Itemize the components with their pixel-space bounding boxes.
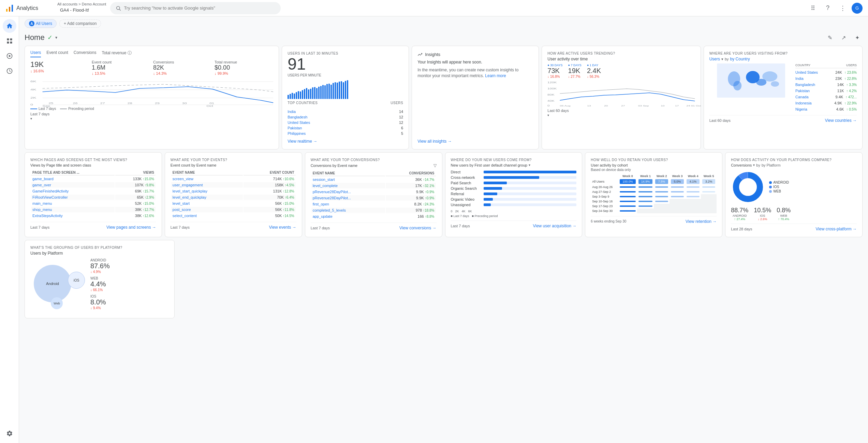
share-button[interactable]: ↗ [838,32,849,43]
table-row: GameFinishedActivity69K ↑15.7% [31,188,156,194]
bar-segment [302,90,303,99]
map-date-range[interactable]: Last 60 days [709,118,731,123]
tab-users[interactable]: Users [30,50,41,57]
platform-stats: 88.7% ANDROID ↑ 27.4% 10.5% IOS ↓ 2.6% 0… [731,207,857,221]
svg-text:40K: 40K [547,99,555,102]
insights-card: Insights Your Insights will appear here … [412,46,539,149]
conversions-date-range[interactable]: Last 7 days [311,226,330,230]
map-selector-country[interactable]: by Country [730,57,750,61]
view-crossplatform-link[interactable]: View cross-platform → [816,227,857,231]
svg-point-46 [762,71,777,82]
svg-text:6K: 6K [30,80,36,83]
metric-users-change: ↓ 16.6% [30,69,89,73]
tab-conversions[interactable]: Conversions [74,50,97,57]
map-selectors: Users ▾ by by Country [709,57,857,61]
svg-text:01: 01 [209,102,214,105]
country-table-header: COUNTRY USERS [795,63,857,68]
cohort-row-aug27: Aug 27-Sep 2 [591,189,717,194]
table-row: app_update166 ↑8.8% [311,214,436,219]
country-philippines[interactable]: Philippines [288,131,306,135]
insights-learn-more[interactable]: Learn more [485,73,506,78]
metric-users: 19K ↓ 16.6% [30,60,89,75]
view-conversions-link[interactable]: View conversions → [399,226,437,230]
events-date-range[interactable]: Last 7 days [171,225,190,229]
view-events-link[interactable]: View events → [269,225,296,230]
ct-row-nigeria: Nigeria 4.6K ↑ 0.5% [795,106,857,112]
page-header: Home ✓ ▾ ✎ ↗ ✦ [25,31,863,46]
country-bangladesh[interactable]: Bangladesh [288,115,307,119]
sidebar-item-advertising[interactable] [3,64,16,78]
search-input[interactable] [124,5,275,11]
legend-dot-dashed [60,109,67,109]
country-us-count: 12 [399,120,403,125]
country-india[interactable]: India [288,110,296,114]
filter-icon[interactable]: ▽ [433,163,437,168]
ct-bangladesh[interactable]: Bangladesh [795,83,837,87]
ct-indonesia[interactable]: Indonesia [795,101,834,105]
table-row: main_menu52K ↑15.0% [31,201,156,206]
help-button[interactable]: ? [822,2,834,14]
view-all-insights-link[interactable]: View all insights → [417,139,533,144]
logo-area: Analytics [5,4,53,12]
android-label: ANDROID [731,214,748,217]
view-retention-link[interactable]: View retention → [686,219,717,224]
platform-card-title[interactable]: Conversions [731,163,752,167]
country-pakistan[interactable]: Pakistan [288,126,302,130]
table-row: pRevenue28DayPilot...9.9K ↑0.9% [311,195,436,201]
add-comparison-button[interactable]: + Add comparison [59,19,101,28]
title-dropdown-icon[interactable]: ▾ [55,35,57,40]
ct-canada[interactable]: Canada [795,95,836,99]
map-selector-users[interactable]: Users [709,57,720,61]
analytics-logo-icon [5,4,14,12]
countries-list: India 14 Bangladesh 12 United States 12 [288,109,403,136]
sidebar-item-home[interactable] [3,19,16,33]
sidebar-item-explore[interactable] [3,49,16,63]
more-options-button[interactable]: ⋮ [837,2,849,14]
tab-event-count[interactable]: Event count [46,50,68,57]
view-realtime-link[interactable]: View realtime → [288,136,403,144]
ct-pakistan[interactable]: Pakistan [795,89,837,93]
map-footer: Last 60 days View countries → [709,115,857,123]
conversions-footer: Last 7 days View conversions → [311,223,437,230]
chart-legend: Last 7 days Preceding period [30,107,273,111]
customize-button[interactable]: ✦ [852,32,863,43]
pages-date-range[interactable]: Last 7 days [30,225,49,229]
platform-section-title: HOW DOES ACTIVITY ON YOUR PLATFORMS COMP… [731,158,857,162]
ct-us[interactable]: United States [795,70,835,74]
active-users-date-range[interactable]: Last 60 days [547,109,695,113]
stat-30days-change: ↓ 16.8% [547,75,562,78]
country-us[interactable]: United States [288,120,310,125]
user-avatar[interactable]: G [852,3,863,14]
reports-icon [6,38,13,44]
stat-1day-value: 2.4K [587,67,601,75]
cohort-col-w1: Week 1 [637,174,654,178]
view-countries-link[interactable]: View countries → [825,118,857,123]
retention-card-title: User activity by cohort [591,163,717,167]
top-countries-label: TOP COUNTRIES [288,101,318,105]
view-acquisition-link[interactable]: View user acquisition → [533,224,576,228]
view-pages-link[interactable]: View pages and screens → [106,225,156,230]
property-selector[interactable]: GA4 - Flood-It! [57,6,106,14]
sidebar-item-reports[interactable] [3,34,16,48]
ct-india[interactable]: India [795,76,835,81]
edit-button[interactable]: ✎ [824,32,835,43]
overview-chart: 6K 4K 2K 0 [30,78,273,105]
platform-date-range[interactable]: Last 28 days [731,227,752,231]
search-bar[interactable] [110,2,281,14]
overview-date-range[interactable]: Last 7 days [30,112,273,116]
android-stat-value: 87.6% [90,262,110,270]
platform-activity-card: HOW DOES ACTIVITY ON YOUR PLATFORMS COMP… [725,152,863,237]
web-stat-value: 4.4% [90,280,110,288]
ct-nigeria[interactable]: Nigeria [795,107,836,111]
android-change: ↑ 27.4% [731,217,748,221]
svg-rect-2 [12,5,13,12]
new-users-date-range[interactable]: Last 7 days [451,224,470,228]
tab-total-revenue[interactable]: Total revenue ⓘ [102,50,131,57]
metric-revenue: Total revenue $0.00 ↓ 99.9% [215,60,273,75]
all-users-chip[interactable]: A All Users [25,19,57,28]
insights-body: Your Insights will appear here soon. [417,60,533,65]
apps-button[interactable]: ⠿ [807,2,819,14]
sidebar-item-settings[interactable] [3,427,16,440]
pages-col-page: PAGE TITLE AND SCREEN ... [31,170,115,175]
bar-segment [314,87,315,99]
